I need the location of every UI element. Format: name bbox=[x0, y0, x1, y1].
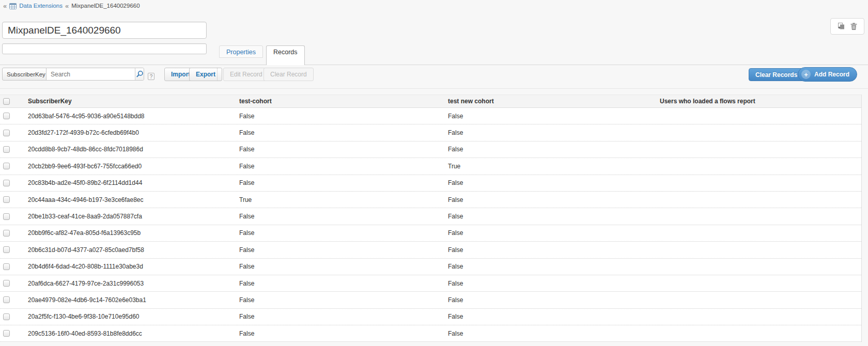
cell-test-cohort: False bbox=[236, 313, 445, 320]
cell-test-new-cohort: False bbox=[445, 330, 657, 337]
cell-test-cohort: False bbox=[236, 330, 445, 337]
copy-icon[interactable] bbox=[837, 22, 845, 30]
column-header-users-flows-report[interactable]: Users who loaded a flows report bbox=[657, 98, 861, 105]
cell-test-new-cohort: False bbox=[445, 263, 657, 270]
extension-description-field[interactable] bbox=[2, 43, 207, 54]
column-header-test-new-cohort[interactable]: test new cohort bbox=[445, 98, 657, 105]
cell-test-new-cohort: False bbox=[445, 196, 657, 203]
cell-subscriber-key: 20c44aaa-434c-4946-b197-3e3ce6fae8ec bbox=[25, 196, 236, 203]
cell-test-cohort: False bbox=[236, 129, 445, 136]
toolbar-divider bbox=[217, 68, 218, 81]
records-table: SubscriberKey test-cohort test new cohor… bbox=[0, 95, 862, 342]
table-row[interactable]: 209c5136-16f0-40ed-8593-81b8fe8dd6cc Fal… bbox=[0, 325, 861, 342]
table-row[interactable]: 20d3fd27-172f-4939-b72c-6cfedb69f4b0 Fal… bbox=[0, 124, 861, 141]
breadcrumb-current: MixpanelDE_1640029660 bbox=[71, 3, 140, 9]
cell-subscriber-key: 20bb9f6c-af82-47ea-805d-f6a13963c95b bbox=[25, 229, 236, 237]
cell-subscriber-key: 20ae4979-082e-4db6-9c14-7602e6e03ba1 bbox=[25, 296, 236, 304]
cell-test-new-cohort: False bbox=[445, 296, 657, 304]
table-row[interactable]: 20af6dca-6627-4179-97ce-2a31c9996053 Fal… bbox=[0, 275, 861, 292]
cell-subscriber-key: 20be1b33-ceaf-41ce-8aa9-2da057887cfa bbox=[25, 213, 236, 220]
breadcrumb-separator-icon: « bbox=[65, 3, 69, 9]
breadcrumb: « Data Extensions « MixpanelDE_164002966… bbox=[3, 2, 140, 10]
extension-actions-box bbox=[830, 18, 864, 35]
column-header-subscriberkey[interactable]: SubscriberKey bbox=[25, 98, 236, 105]
table-row[interactable]: 20ae4979-082e-4db6-9c14-7602e6e03ba1 Fal… bbox=[0, 292, 861, 308]
search-field-dropdown-value: SubscriberKey bbox=[7, 71, 45, 77]
plus-icon: + bbox=[801, 70, 811, 79]
row-checkbox[interactable] bbox=[3, 313, 10, 320]
records-toolbar: SubscriberKey ▾ ? Import Export Edit Rec… bbox=[0, 66, 868, 84]
column-header-test-cohort[interactable]: test-cohort bbox=[236, 98, 445, 105]
back-chevrons-icon[interactable]: « bbox=[3, 3, 7, 9]
clear-record-button[interactable]: Clear Record bbox=[264, 68, 314, 81]
breadcrumb-link-data-extensions[interactable]: Data Extensions bbox=[19, 3, 63, 9]
search-icon bbox=[136, 70, 144, 78]
search-button[interactable] bbox=[135, 68, 144, 80]
search-input[interactable] bbox=[47, 68, 135, 80]
tab-records[interactable]: Records bbox=[266, 45, 305, 65]
edit-record-button[interactable]: Edit Record bbox=[223, 68, 269, 81]
table-row[interactable]: 20b4d6f4-6dad-4c20-808b-1111e30abe3d Fal… bbox=[0, 259, 861, 275]
table-row[interactable]: 20c83b4b-ad2e-45f0-89b2-6f2114dd1d44 Fal… bbox=[0, 175, 861, 192]
cell-subscriber-key: 20c83b4b-ad2e-45f0-89b2-6f2114dd1d44 bbox=[25, 179, 236, 186]
cell-test-new-cohort: False bbox=[445, 179, 657, 186]
tab-properties[interactable]: Properties bbox=[219, 45, 263, 58]
cell-test-new-cohort: False bbox=[445, 129, 657, 136]
row-checkbox[interactable] bbox=[3, 330, 10, 337]
table-row[interactable]: 20c44aaa-434c-4946-b197-3e3ce6fae8ec Tru… bbox=[0, 192, 861, 208]
select-all-checkbox[interactable] bbox=[3, 98, 10, 105]
row-checkbox[interactable] bbox=[3, 146, 10, 153]
table-row[interactable]: 20cb2bb9-9ee6-493f-bc67-755fcca66ed0 Fal… bbox=[0, 158, 861, 175]
cell-test-cohort: False bbox=[236, 146, 445, 153]
data-extension-grid-icon bbox=[9, 3, 17, 9]
cell-test-cohort: False bbox=[236, 229, 445, 237]
cell-subscriber-key: 20b4d6f4-6dad-4c20-808b-1111e30abe3d bbox=[25, 263, 236, 270]
table-row[interactable]: 20b6c31d-b07d-4377-a027-85c0aed7bf58 Fal… bbox=[0, 242, 861, 258]
cell-test-cohort: False bbox=[236, 163, 445, 170]
cell-test-cohort: False bbox=[236, 263, 445, 270]
cell-test-cohort: False bbox=[236, 246, 445, 254]
cell-test-cohort: True bbox=[236, 196, 445, 203]
table-header-row: SubscriberKey test-cohort test new cohor… bbox=[0, 95, 861, 108]
row-checkbox[interactable] bbox=[3, 163, 10, 169]
table-row[interactable]: 20a2f5fc-f130-4be6-9f38-10e710e95d60 Fal… bbox=[0, 309, 861, 325]
table-row[interactable]: 20bb9f6c-af82-47ea-805d-f6a13963c95b Fal… bbox=[0, 225, 861, 242]
row-checkbox[interactable] bbox=[3, 263, 10, 270]
cell-subscriber-key: 20d3fd27-172f-4939-b72c-6cfedb69f4b0 bbox=[25, 129, 236, 136]
cell-test-new-cohort: False bbox=[445, 280, 657, 287]
trash-icon[interactable] bbox=[850, 22, 858, 30]
cell-test-new-cohort: False bbox=[445, 246, 657, 254]
cell-test-new-cohort: False bbox=[445, 313, 657, 320]
cell-test-new-cohort: False bbox=[445, 229, 657, 237]
row-checkbox[interactable] bbox=[3, 180, 10, 186]
cell-subscriber-key: 20cb2bb9-9ee6-493f-bc67-755fcca66ed0 bbox=[25, 163, 236, 170]
help-icon[interactable]: ? bbox=[148, 73, 154, 80]
row-checkbox[interactable] bbox=[3, 230, 10, 237]
cell-test-cohort: False bbox=[236, 280, 445, 287]
cell-test-new-cohort: False bbox=[445, 213, 657, 220]
row-checkbox[interactable] bbox=[3, 113, 10, 119]
cell-subscriber-key: 20a2f5fc-f130-4be6-9f38-10e710e95d60 bbox=[25, 313, 236, 320]
cell-test-new-cohort: False bbox=[445, 113, 657, 120]
add-record-button[interactable]: + Add Record bbox=[798, 67, 857, 82]
cell-subscriber-key: 20b6c31d-b07d-4377-a027-85c0aed7bf58 bbox=[25, 246, 236, 254]
cell-test-cohort: False bbox=[236, 113, 445, 120]
cell-subscriber-key: 209c5136-16f0-40ed-8593-81b8fe8dd6cc bbox=[25, 330, 236, 337]
extension-name-field[interactable] bbox=[2, 22, 207, 39]
clear-records-button[interactable]: Clear Records bbox=[749, 68, 804, 81]
panel-divider bbox=[0, 88, 868, 89]
row-checkbox[interactable] bbox=[3, 213, 10, 220]
table-row[interactable]: 20d63baf-5476-4c95-9036-a90e5148bdd8 Fal… bbox=[0, 108, 861, 124]
tab-bar: Properties Records bbox=[219, 45, 305, 65]
table-row[interactable]: 20be1b33-ceaf-41ce-8aa9-2da057887cfa Fal… bbox=[0, 208, 861, 225]
cell-test-cohort: False bbox=[236, 179, 445, 186]
row-checkbox[interactable] bbox=[3, 130, 10, 136]
row-checkbox[interactable] bbox=[3, 196, 10, 203]
table-row[interactable]: 20cdd8b8-9cb7-48db-86cc-8fdc7018986d Fal… bbox=[0, 141, 861, 158]
row-checkbox[interactable] bbox=[3, 246, 10, 253]
cell-test-new-cohort: True bbox=[445, 163, 657, 170]
cell-test-cohort: False bbox=[236, 213, 445, 220]
row-checkbox[interactable] bbox=[3, 296, 10, 303]
row-checkbox[interactable] bbox=[3, 280, 10, 287]
add-record-label: Add Record bbox=[814, 71, 849, 78]
